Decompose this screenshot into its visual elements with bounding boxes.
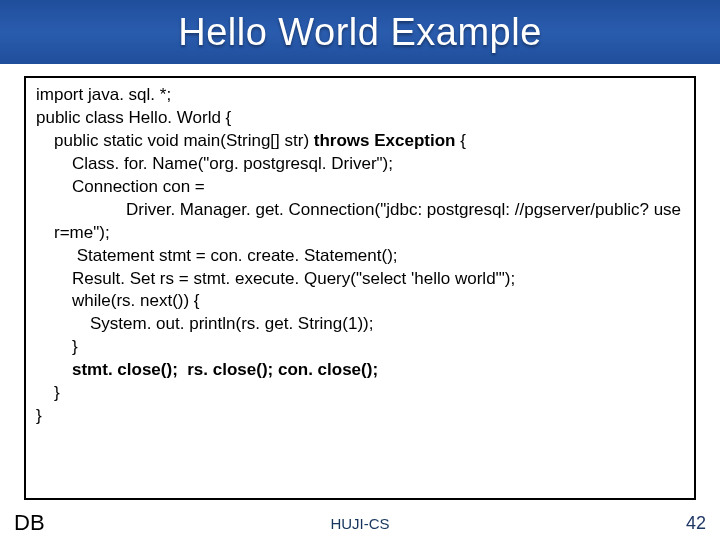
code-line: Result. Set rs = stmt. execute. Query("s… [36, 268, 684, 291]
footer-center: HUJI-CS [0, 515, 720, 532]
slide: Hello World Example import java. sql. *;… [0, 0, 720, 540]
code-line: public static void main(String[] str) th… [36, 130, 684, 153]
code-line: r=me"); [36, 222, 684, 245]
code-box: import java. sql. *;public class Hello. … [24, 76, 696, 500]
title-bar: Hello World Example [0, 0, 720, 64]
code-line: stmt. close(); rs. close(); con. close()… [36, 359, 684, 382]
code-line: Statement stmt = con. create. Statement(… [36, 245, 684, 268]
code-line: public class Hello. World { [36, 107, 684, 130]
code-line: } [36, 382, 684, 405]
code-line: Connection con = [36, 176, 684, 199]
code-line: } [36, 405, 684, 428]
slide-title: Hello World Example [178, 11, 542, 54]
code-line: import java. sql. *; [36, 84, 684, 107]
code-line: System. out. println(rs. get. String(1))… [36, 313, 684, 336]
code-line: Class. for. Name("org. postgresql. Drive… [36, 153, 684, 176]
footer: DB HUJI-CS 42 [0, 506, 720, 540]
code-line: while(rs. next()) { [36, 290, 684, 313]
code-line: Driver. Manager. get. Connection("jdbc: … [36, 199, 684, 222]
code-line: } [36, 336, 684, 359]
